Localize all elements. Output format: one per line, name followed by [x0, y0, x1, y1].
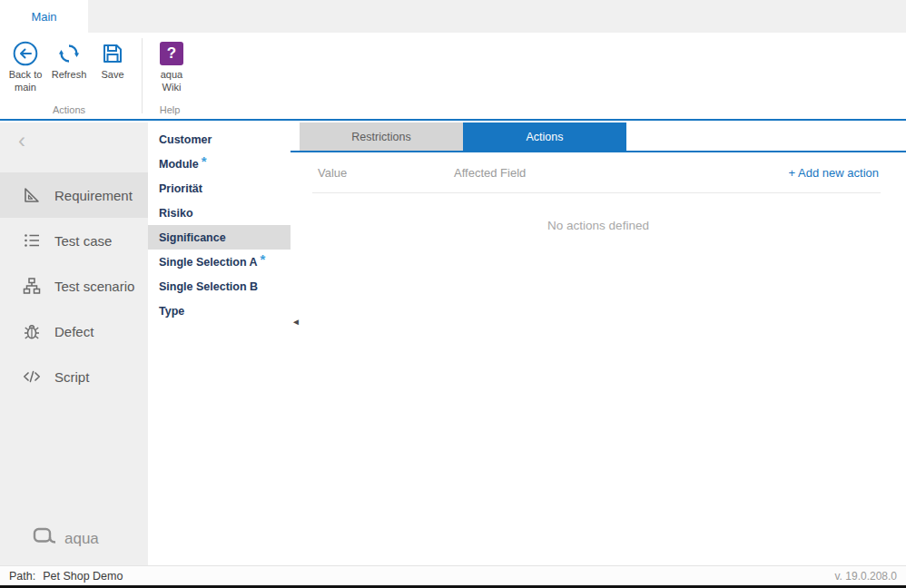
content-tabbar: Restrictions Actions — [291, 122, 906, 152]
defect-bug-icon — [22, 321, 42, 341]
refresh-icon — [55, 40, 83, 67]
field-item-type[interactable]: Type — [148, 299, 291, 323]
required-marker: * — [261, 251, 266, 267]
aqua-logo: aqua — [33, 527, 99, 551]
field-item-prioritaet[interactable]: Priorität — [148, 176, 291, 201]
ribbon-group-actions: Back to main Refresh — [0, 33, 138, 119]
back-to-main-label: Back to main — [9, 69, 43, 94]
field-item-risiko[interactable]: Risiko — [148, 201, 291, 225]
save-floppy-icon — [99, 40, 126, 67]
question-mark-icon: ? — [160, 42, 183, 65]
tab-actions[interactable]: Actions — [463, 122, 626, 151]
field-item-module[interactable]: Module * — [148, 152, 291, 176]
field-list-panel: Customer Module * Priorität Risiko Signi… — [148, 122, 291, 565]
field-item-single-selection-b[interactable]: Single Selection B — [148, 274, 291, 299]
field-label: Single Selection B — [159, 280, 258, 293]
back-to-main-label-line1: Back to — [9, 69, 43, 80]
path-value: Pet Shop Demo — [43, 570, 123, 583]
application-window: Main Back to main — [0, 0, 906, 588]
sidebar-item-label: Test case — [54, 233, 112, 249]
ribbon-group-help: ? aqua Wiki Help — [146, 33, 193, 119]
field-label: Module — [159, 158, 199, 171]
ribbon-tab-main-label: Main — [31, 10, 56, 24]
path-label: Path: — [9, 570, 35, 583]
sidebar-item-test-case[interactable]: Test case — [0, 218, 148, 263]
tab-actions-label: Actions — [527, 131, 564, 143]
tab-restrictions[interactable]: Restrictions — [300, 122, 463, 151]
field-label: Risiko — [159, 207, 193, 220]
aqua-wiki-button[interactable]: ? aqua Wiki — [150, 37, 193, 94]
save-button[interactable]: Save — [91, 37, 134, 82]
ribbon-tabstrip: Main — [0, 0, 906, 33]
add-new-action-button[interactable]: + Add new action — [789, 166, 879, 180]
sidebar-collapse-button[interactable]: ‹ — [18, 130, 25, 152]
script-code-icon — [22, 367, 42, 387]
sidebar-item-label: Defect — [54, 324, 94, 339]
ribbon: Back to main Refresh — [0, 33, 906, 121]
sidebar-item-requirement[interactable]: Requirement — [0, 172, 148, 218]
ribbon-group-help-label: Help — [146, 104, 193, 119]
column-header-value: Value — [318, 166, 454, 180]
empty-actions-message: No actions defined — [291, 193, 906, 232]
required-marker: * — [202, 153, 207, 169]
ribbon-group-divider — [142, 38, 143, 113]
aqua-wiki-label-line2: Wiki — [162, 82, 182, 93]
panel-collapse-handle[interactable]: ◄ — [291, 317, 300, 327]
ribbon-group-help-buttons: ? aqua Wiki — [146, 37, 193, 104]
field-label: Customer — [159, 133, 212, 146]
field-label: Priorität — [159, 182, 202, 195]
save-label: Save — [101, 69, 123, 82]
field-item-customer[interactable]: Customer — [148, 127, 291, 152]
tab-restrictions-label: Restrictions — [351, 131, 410, 143]
version-label: v. 19.0.208.0 — [835, 570, 898, 583]
sidebar: ‹ Requirement — [0, 122, 148, 565]
sidebar-item-defect[interactable]: Defect — [0, 309, 148, 354]
test-scenario-hierarchy-icon — [22, 276, 42, 296]
aqua-logo-icon — [33, 527, 57, 551]
field-label: Single Selection A — [159, 256, 258, 269]
ribbon-group-actions-buttons: Back to main Refresh — [0, 37, 138, 104]
field-item-single-selection-a[interactable]: Single Selection A * — [148, 250, 291, 274]
sidebar-nav: Requirement Test case — [0, 172, 148, 399]
status-bar: Path: Pet Shop Demo v. 19.0.208.0 — [0, 565, 906, 585]
content-area: Restrictions Actions Value Affected Fiel… — [291, 122, 906, 565]
ribbon-group-actions-label: Actions — [0, 104, 138, 119]
back-to-main-button[interactable]: Back to main — [4, 37, 47, 94]
sidebar-item-test-scenario[interactable]: Test scenario — [0, 263, 148, 309]
field-item-significance[interactable]: Significance — [148, 225, 291, 250]
back-arrow-icon — [12, 40, 39, 67]
sidebar-item-label: Test scenario — [54, 279, 134, 294]
sidebar-item-label: Requirement — [54, 188, 133, 203]
aqua-wiki-icon: ? — [158, 40, 185, 67]
refresh-button[interactable]: Refresh — [47, 37, 91, 82]
column-header-affected-field: Affected Field — [454, 166, 789, 180]
refresh-label: Refresh — [52, 69, 87, 82]
test-case-list-icon — [22, 230, 42, 250]
aqua-wiki-label-line1: aqua — [161, 69, 182, 80]
back-to-main-label-line2: main — [15, 82, 36, 93]
actions-table-header: Value Affected Field + Add new action — [291, 152, 906, 192]
requirement-set-square-icon — [22, 185, 42, 205]
aqua-wiki-label: aqua Wiki — [161, 69, 182, 94]
sidebar-item-label: Script — [54, 369, 89, 385]
field-label: Type — [159, 305, 184, 318]
ribbon-tab-main[interactable]: Main — [0, 0, 88, 33]
sidebar-item-script[interactable]: Script — [0, 354, 148, 399]
field-label: Significance — [159, 231, 226, 244]
aqua-logo-text: aqua — [64, 530, 99, 548]
